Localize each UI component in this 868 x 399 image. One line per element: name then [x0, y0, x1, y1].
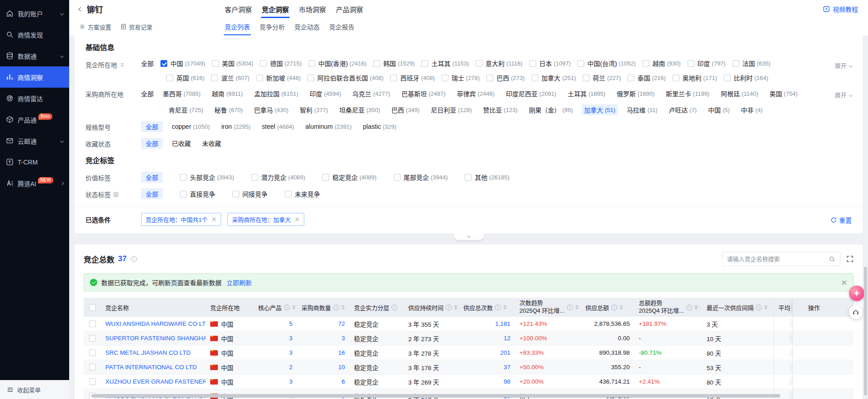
- filter-option[interactable]: 波兰(607): [211, 73, 249, 82]
- sort-icon[interactable]: [503, 305, 507, 310]
- row-checkbox[interactable]: [89, 349, 96, 356]
- info-icon[interactable]: [756, 305, 762, 310]
- info-icon[interactable]: [446, 305, 452, 310]
- filter-option[interactable]: 孟加拉国(6151): [252, 88, 301, 99]
- company-name-link[interactable]: SRC METAL JIASHAN CO LTD: [105, 349, 191, 356]
- filter-option[interactable]: 中国(17049): [160, 59, 205, 68]
- filter-option-all-selected[interactable]: 全部: [141, 172, 163, 183]
- info-icon[interactable]: [495, 305, 501, 310]
- filter-option[interactable]: 英国(616): [166, 73, 204, 82]
- search-icon[interactable]: [829, 256, 835, 263]
- filter-option[interactable]: 美国(5304): [212, 59, 254, 68]
- info-icon[interactable]: [333, 305, 339, 310]
- filter-option[interactable]: 泰国(216): [627, 73, 665, 82]
- sidebar-item-business-insight[interactable]: 商情洞察: [0, 66, 69, 88]
- expand-link[interactable]: 展开: [835, 90, 852, 99]
- filter-option[interactable]: 潜力竞企(4089): [251, 173, 306, 182]
- refresh-now-link[interactable]: 立即刷新: [226, 278, 252, 287]
- sort-icon[interactable]: [454, 305, 458, 310]
- supply-times-link[interactable]: 37: [504, 364, 510, 371]
- filter-option[interactable]: 巴西(349): [389, 104, 422, 115]
- filter-option[interactable]: 尼日利亚(128): [429, 104, 474, 115]
- reset-filters-button[interactable]: 重置: [830, 216, 852, 225]
- filter-option[interactable]: 加拿大(251): [532, 73, 576, 82]
- filter-option[interactable]: 直接竞争: [180, 189, 215, 198]
- info-icon[interactable]: [686, 305, 692, 310]
- fullscreen-icon[interactable]: [846, 255, 854, 263]
- horizontal-scrollbar[interactable]: [91, 394, 780, 398]
- filter-option[interactable]: 土耳其(1895): [566, 88, 608, 99]
- filter-option-all-selected[interactable]: 全部: [141, 188, 163, 199]
- subtab-competitor-dynamics[interactable]: 竞企动态: [293, 18, 321, 35]
- collapse-filter-panel-button[interactable]: [454, 233, 484, 240]
- col-supply-amount[interactable]: 供应总额: [581, 298, 634, 317]
- filter-option[interactable]: 坦桑尼亚(350): [337, 104, 382, 115]
- col-strength-tier[interactable]: 竞企实力分层: [349, 298, 404, 317]
- buyer-count-link[interactable]: 72: [338, 320, 345, 327]
- info-icon[interactable]: [131, 256, 137, 262]
- sidebar-item-data[interactable]: 数据通: [0, 45, 69, 66]
- tab-customer-insight[interactable]: 客户洞察: [224, 0, 253, 18]
- tab-competitor-insight[interactable]: 竞企洞察: [261, 0, 290, 18]
- info-icon[interactable]: [567, 305, 573, 310]
- sidebar-item-tendata-ai[interactable]: 腾道AI NEW: [0, 173, 69, 194]
- filter-option[interactable]: 尾部竞企(3944): [394, 173, 448, 182]
- subtab-competition-analysis[interactable]: 竞争分析: [259, 18, 286, 35]
- filter-option[interactable]: 中国(5): [706, 104, 732, 115]
- filter-option[interactable]: 比利时(164): [724, 73, 768, 82]
- filter-option[interactable]: 智利(377): [297, 104, 330, 115]
- close-icon[interactable]: [295, 217, 300, 222]
- table-row[interactable]: SRC METAL JIASHAN CO LTD 中国 3 16 稳定竞企 3 …: [84, 346, 854, 360]
- filter-option[interactable]: 马拉维(11): [624, 104, 660, 115]
- table-row[interactable]: WUXI ANSHIDA HARDWARE CO LTD 中国 5 72 稳定竞…: [84, 317, 854, 331]
- video-tutorial-link[interactable]: 视频教程: [823, 5, 858, 14]
- filter-option[interactable]: 德国(2715): [260, 59, 302, 68]
- core-products-link[interactable]: 3: [289, 349, 292, 356]
- filter-option-all[interactable]: 全部: [141, 89, 154, 98]
- company-name-link[interactable]: XUZHOU EVER GRAND FASTENERS...: [105, 378, 206, 385]
- sort-icon[interactable]: [575, 305, 579, 310]
- col-supply-times[interactable]: 供应总次数: [459, 298, 515, 317]
- filter-option-all-selected[interactable]: 全部: [141, 138, 163, 149]
- row-checkbox[interactable]: [89, 364, 96, 371]
- tab-product-insight[interactable]: 产品洞察: [335, 0, 364, 18]
- supply-times-link[interactable]: 12: [504, 335, 510, 342]
- filter-option[interactable]: 法国(635): [732, 59, 770, 68]
- filter-option[interactable]: 土耳其(1153): [421, 59, 469, 68]
- table-row[interactable]: PATTA INTERNATIONAL CO LTD 中国 2 10 稳定竞企 …: [84, 360, 854, 375]
- filter-option[interactable]: 稳定竞企(4089): [322, 173, 377, 182]
- filter-option[interactable]: 阿根廷(1140): [718, 88, 760, 99]
- close-icon[interactable]: [212, 217, 217, 222]
- filter-option[interactable]: 中国(台湾)(1052): [577, 59, 636, 68]
- core-products-link[interactable]: 3: [289, 335, 292, 342]
- filter-option[interactable]: 巴西(273): [486, 73, 524, 82]
- row-checkbox[interactable]: [89, 378, 96, 385]
- filter-option[interactable]: 越南(6911): [210, 88, 245, 99]
- col-last-supply-interval[interactable]: 最近一次供应间隔: [702, 298, 774, 317]
- filter-option[interactable]: 越南(930): [642, 59, 680, 68]
- col-supply-duration[interactable]: 供应持续时间: [404, 298, 459, 317]
- subtab-competitor-report[interactable]: 竞企报告: [328, 18, 355, 35]
- filter-option[interactable]: 赞比亚(123): [481, 104, 520, 115]
- filter-option[interactable]: 新加坡(448): [256, 73, 301, 82]
- company-name-link[interactable]: WUXI ANSHIDA HARDWARE CO LTD: [105, 320, 206, 327]
- buyer-count-link[interactable]: 10: [338, 364, 345, 371]
- sidebar-item-cloud-mail[interactable]: 云邮通: [0, 130, 69, 151]
- sidebar-item-tcrm[interactable]: T-CRM: [0, 151, 69, 173]
- filter-option[interactable]: 未来竞争: [285, 189, 320, 198]
- promo-float-button[interactable]: [849, 286, 864, 301]
- sidebar-item-my-account[interactable]: 我的账户: [0, 3, 69, 24]
- scheme-settings-button[interactable]: 方案设置: [79, 23, 111, 31]
- vertical-scrollbar[interactable]: [864, 267, 867, 395]
- filter-option[interactable]: 巴拿马(430): [252, 104, 291, 115]
- tag-settings-icon[interactable]: [113, 192, 119, 197]
- selected-filter-chip[interactable]: 竞企所在地：中国共1个: [141, 213, 221, 226]
- filter-option[interactable]: 中非(4): [739, 104, 765, 115]
- sort-icon[interactable]: [292, 305, 296, 310]
- filter-option[interactable]: 荷兰(227): [583, 73, 621, 82]
- col-amount-trend[interactable]: 总额趋势2025Q4 环比增...: [634, 298, 702, 317]
- filter-option[interactable]: 乌克兰(4277): [350, 88, 392, 99]
- buyer-count-link[interactable]: 3: [341, 335, 345, 342]
- sort-icon[interactable]: [341, 305, 345, 310]
- filter-option[interactable]: 墨西哥(7085): [160, 88, 203, 99]
